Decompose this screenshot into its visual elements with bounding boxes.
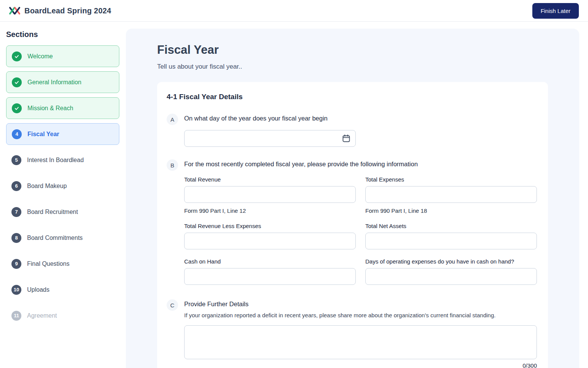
question-a: A On what day of the year does your fisc… xyxy=(167,115,538,147)
field-cash-on-hand: Cash on Hand xyxy=(184,258,356,285)
question-a-badge: A xyxy=(167,114,178,125)
sidebar-item-board-makeup[interactable]: 6 Board Makeup xyxy=(6,175,119,197)
sidebar-item-label: General Information xyxy=(27,79,81,86)
field-label: Cash on Hand xyxy=(184,258,356,265)
fiscal-year-details-card: 4-1 Fiscal Year Details A On what day of… xyxy=(157,82,548,368)
field-label: Total Revenue xyxy=(184,176,356,183)
further-details-textarea[interactable] xyxy=(184,325,537,359)
app-title: BoardLead Spring 2024 xyxy=(24,6,111,15)
days-operating-expenses-input[interactable] xyxy=(365,268,537,285)
total-revenue-input[interactable] xyxy=(184,186,356,203)
question-c-label: Provide Further Details xyxy=(184,301,537,308)
character-counter: 0/300 xyxy=(184,362,537,368)
step-number-badge: 10 xyxy=(11,285,21,295)
sidebar-item-label: Board Makeup xyxy=(27,183,67,190)
field-label: Total Net Assets xyxy=(365,223,537,229)
sidebar-item-welcome[interactable]: Welcome xyxy=(6,45,119,67)
sidebar-item-board-recruitment[interactable]: 7 Board Recruitment xyxy=(6,201,119,223)
step-number-badge: 7 xyxy=(11,207,21,217)
field-label: Days of operating expenses do you have i… xyxy=(365,258,537,265)
sidebar-item-final-questions[interactable]: 9 Final Questions xyxy=(6,253,119,275)
step-number-badge: 8 xyxy=(11,233,21,243)
total-net-assets-input[interactable] xyxy=(365,233,537,249)
sections-heading: Sections xyxy=(6,30,119,39)
question-c-badge: C xyxy=(167,299,178,311)
main-content-panel: Fiscal Year Tell us about your fiscal ye… xyxy=(126,29,579,368)
cash-on-hand-input[interactable] xyxy=(184,268,356,285)
sidebar-item-label: Fiscal Year xyxy=(27,131,59,138)
sidebar-item-label: Welcome xyxy=(27,53,53,60)
sidebar-item-label: Uploads xyxy=(27,286,50,293)
field-label: Total Expenses xyxy=(365,176,537,183)
field-total-expenses: Total Expenses Form 990 Part I, Line 18 xyxy=(365,176,537,214)
page-title: Fiscal Year xyxy=(157,43,579,57)
sidebar-item-label: Mission & Reach xyxy=(27,105,73,112)
sidebar-item-label: Interest In Boardlead xyxy=(27,157,84,164)
sidebar-item-label: Board Commitments xyxy=(27,235,83,241)
step-number-badge: 11 xyxy=(11,311,21,321)
boardlead-logo-icon xyxy=(8,5,21,16)
question-c-description: If your organization reported a deficit … xyxy=(184,312,537,318)
step-number-badge: 5 xyxy=(11,155,21,165)
total-expenses-input[interactable] xyxy=(365,186,537,203)
page-subtitle: Tell us about your fiscal year.. xyxy=(157,63,579,71)
sidebar-item-label: Board Recruitment xyxy=(27,209,78,215)
sidebar-item-uploads[interactable]: 10 Uploads xyxy=(6,279,119,301)
field-total-revenue-less-expenses: Total Revenue Less Expenses xyxy=(184,223,356,249)
field-total-revenue: Total Revenue Form 990 Part I, Line 12 xyxy=(184,176,356,214)
card-title: 4-1 Fiscal Year Details xyxy=(167,93,538,101)
app-header: BoardLead Spring 2024 Finish Later xyxy=(0,0,588,22)
question-c: C Provide Further Details If your organi… xyxy=(167,301,538,368)
sidebar-item-label: Agreement xyxy=(27,312,57,319)
step-number-badge: 9 xyxy=(11,259,21,269)
question-b-label: For the most recently completed fiscal y… xyxy=(184,161,537,168)
total-revenue-less-expenses-input[interactable] xyxy=(184,233,356,249)
field-helper-text: Form 990 Part I, Line 18 xyxy=(365,207,537,214)
question-b-badge: B xyxy=(167,159,178,171)
sidebar-item-fiscal-year[interactable]: 4 Fiscal Year xyxy=(6,123,119,145)
step-number-badge: 6 xyxy=(11,181,21,191)
check-circle-icon xyxy=(12,77,22,87)
calendar-icon[interactable] xyxy=(342,134,351,143)
field-days-operating-expenses: Days of operating expenses do you have i… xyxy=(365,258,537,285)
sidebar-item-board-commitments[interactable]: 8 Board Commitments xyxy=(6,227,119,249)
fiscal-year-begin-date-input[interactable] xyxy=(184,130,356,147)
check-circle-icon xyxy=(12,51,22,61)
step-number-badge: 4 xyxy=(12,129,22,139)
question-b: B For the most recently completed fiscal… xyxy=(167,161,538,294)
field-helper-text: Form 990 Part I, Line 12 xyxy=(184,207,356,214)
question-a-label: On what day of the year does your fiscal… xyxy=(184,115,537,122)
field-total-net-assets: Total Net Assets xyxy=(365,223,537,249)
sidebar-item-general-information[interactable]: General Information xyxy=(6,71,119,93)
finish-later-button[interactable]: Finish Later xyxy=(532,3,579,19)
field-label: Total Revenue Less Expenses xyxy=(184,223,356,229)
sections-sidebar: Sections Welcome General Information Mis… xyxy=(0,22,126,331)
check-circle-icon xyxy=(12,103,22,113)
sidebar-item-agreement: 11 Agreement xyxy=(6,305,119,326)
sidebar-item-label: Final Questions xyxy=(27,260,69,267)
sidebar-item-interest-in-boardlead[interactable]: 5 Interest In Boardlead xyxy=(6,149,119,171)
sidebar-item-mission-reach[interactable]: Mission & Reach xyxy=(6,97,119,119)
